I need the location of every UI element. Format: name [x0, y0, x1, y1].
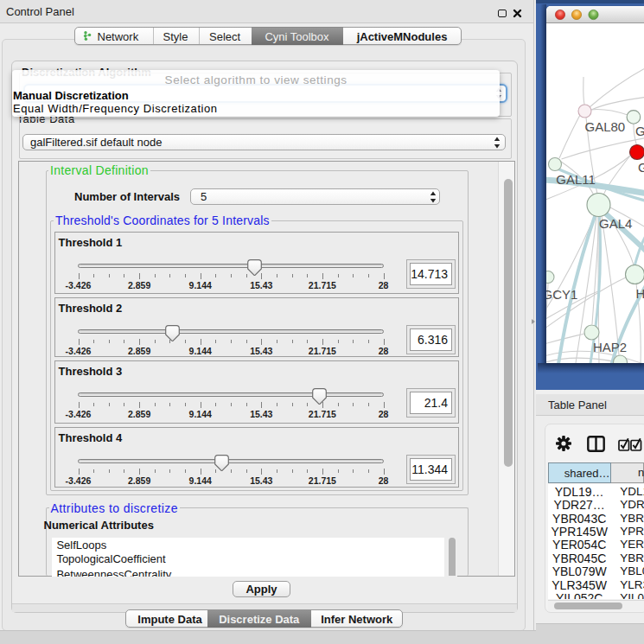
svg-text:G: G — [638, 160, 644, 175]
svg-text:GAL11: GAL11 — [556, 172, 596, 187]
svg-text:GCY1: GCY1 — [546, 287, 577, 302]
svg-text:H: H — [635, 286, 644, 301]
svg-text:HAP2: HAP2 — [592, 340, 626, 354]
svg-text:GAL80: GAL80 — [584, 119, 625, 134]
svg-text:GA: GA — [635, 124, 644, 138]
svg-text:GAL4: GAL4 — [599, 216, 632, 231]
